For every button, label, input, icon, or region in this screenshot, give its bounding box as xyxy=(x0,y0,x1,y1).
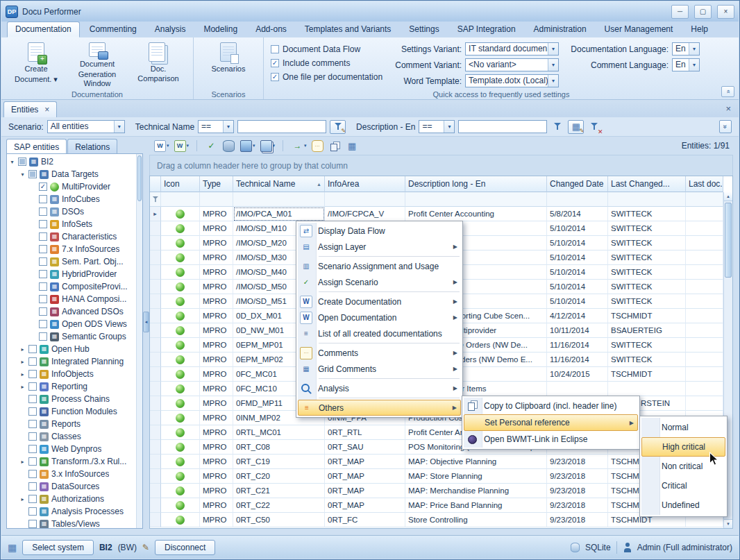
tree-item[interactable]: DataSources xyxy=(7,480,135,493)
filter-cell[interactable] xyxy=(200,192,233,207)
menu-item[interactable]: Undefined xyxy=(641,495,725,515)
toolbar-button[interactable]: ▾ xyxy=(153,139,171,153)
dropdown-arrow-icon[interactable]: ▾ xyxy=(167,143,169,149)
minimize-button[interactable]: ─ xyxy=(671,5,689,19)
menu-item[interactable]: List of all created documentations xyxy=(298,325,461,341)
scenario-dropdown[interactable]: All entities xyxy=(47,120,125,133)
tree-item[interactable]: Reports xyxy=(7,418,135,430)
filter-cell[interactable] xyxy=(686,192,723,207)
scroll-up-icon[interactable]: ▲ xyxy=(724,192,732,201)
description-operator-dropdown[interactable]: == xyxy=(419,120,455,133)
ribbon-checkbox[interactable]: Include comments xyxy=(271,58,382,68)
filter-cell[interactable] xyxy=(608,192,686,207)
panel-splitter[interactable]: ◂ xyxy=(143,137,149,529)
checkbox-box[interactable] xyxy=(271,73,279,81)
expand-filter-panel-button[interactable] xyxy=(719,120,732,133)
tree-item[interactable]: Analysis Processes xyxy=(7,505,135,518)
tree-item[interactable]: Web Dynpros xyxy=(7,443,135,455)
menu-item[interactable]: Analysis ▶ xyxy=(298,380,461,396)
menu-item[interactable]: Open Documentation ▶ xyxy=(298,309,461,325)
filter-cell[interactable] xyxy=(150,192,161,207)
tree-checkbox[interactable] xyxy=(39,282,47,291)
chevron-down-icon[interactable] xyxy=(444,121,454,133)
filter-cell[interactable] xyxy=(405,192,547,207)
tree-item[interactable]: Classes xyxy=(7,430,135,443)
tree-checkbox[interactable] xyxy=(39,257,47,266)
scrollbar-thumb[interactable] xyxy=(725,203,732,278)
toolbar-button[interactable] xyxy=(328,139,343,153)
column-header[interactable]: Last doc. xyxy=(686,176,723,192)
splitter-collapse-handle[interactable]: ◂ xyxy=(143,312,149,332)
tree-expander-icon[interactable]: ▸ xyxy=(19,496,26,502)
toolbar-button[interactable] xyxy=(345,139,360,153)
toolbar-button[interactable]: ▾ xyxy=(239,139,257,153)
menu-item[interactable]: Set Personal reference ▶ xyxy=(464,414,638,431)
table-row[interactable]: MPRO 0RT_C20 0RT_MAP MAP: Store Planning… xyxy=(150,469,723,484)
toolbar-button[interactable] xyxy=(310,139,326,153)
menu-item[interactable]: Copy to Clipboard (incl. header line) xyxy=(464,398,638,414)
tree-item[interactable]: InfoSets xyxy=(7,218,135,230)
tree-expander-icon[interactable]: ▾ xyxy=(19,171,26,178)
menu-item[interactable]: Open BWMT-Link in Eclipse xyxy=(464,431,638,448)
tree-expander-icon[interactable]: ▸ xyxy=(19,459,26,465)
ribbon-tab[interactable]: Add-ons xyxy=(247,22,295,37)
menu-item[interactable]: Grid Comments ▶ xyxy=(298,361,461,377)
tree-checkbox[interactable] xyxy=(39,207,47,216)
left-tab[interactable]: SAP entities xyxy=(6,139,67,154)
dropdown-arrow-icon[interactable]: ▾ xyxy=(187,143,190,149)
ribbon-tab[interactable]: Modeling xyxy=(195,22,246,37)
filter-editor-button[interactable]: ▦✎ xyxy=(568,120,584,134)
tree-item[interactable]: Tables/Views xyxy=(7,518,135,529)
column-header[interactable]: Type xyxy=(200,176,233,192)
tree-checkbox[interactable] xyxy=(39,195,47,203)
tree-checkbox[interactable] xyxy=(28,420,37,428)
tree-checkbox[interactable] xyxy=(18,158,26,166)
toolbar-button[interactable] xyxy=(192,139,202,152)
tree-expander-icon[interactable]: ▸ xyxy=(19,346,26,353)
menu-item[interactable]: Display Data Flow xyxy=(298,223,461,239)
ribbon-tab[interactable]: Help xyxy=(682,22,716,37)
tree-item[interactable]: ▸ Transform./3.x Rul... xyxy=(7,455,135,468)
setting-dropdown[interactable]: IT standard documen... xyxy=(465,42,559,56)
tab-entities[interactable]: Entities × xyxy=(3,101,57,117)
technical-name-operator-dropdown[interactable]: == xyxy=(198,120,234,133)
chevron-down-icon[interactable] xyxy=(689,43,699,55)
technical-name-filter-input[interactable] xyxy=(237,120,326,133)
tree-checkbox[interactable] xyxy=(28,520,37,528)
dropdown-arrow-icon[interactable]: ▾ xyxy=(273,143,276,149)
tree-item[interactable]: CompositeProvi... xyxy=(7,280,135,293)
tree-checkbox[interactable] xyxy=(39,332,47,341)
close-button[interactable]: × xyxy=(717,5,734,19)
scenarios-button[interactable]: Scenarios xyxy=(198,40,259,89)
tab-close-icon[interactable]: × xyxy=(44,105,49,114)
menu-item[interactable]: Critical xyxy=(641,476,725,495)
column-header[interactable]: Last Changed... xyxy=(608,176,686,192)
ribbon-tab[interactable]: Settings xyxy=(401,22,447,37)
tree-item[interactable]: Function Modules xyxy=(7,405,135,418)
ribbon-checkbox[interactable]: One file per documentation xyxy=(271,72,382,82)
left-tab[interactable]: Relations xyxy=(67,139,117,154)
tree-expander-icon[interactable]: ▸ xyxy=(19,384,26,390)
column-header[interactable] xyxy=(150,176,161,192)
tree-checkbox[interactable] xyxy=(39,183,47,191)
tree-item[interactable]: ▸ Authorizations xyxy=(7,493,135,505)
technical-name-filter-button[interactable]: ✎ xyxy=(330,120,346,134)
chevron-down-icon[interactable] xyxy=(114,121,124,133)
ribbon-tab[interactable]: Documentation xyxy=(7,22,80,37)
menu-item[interactable]: Assign Layer ▶ xyxy=(298,239,461,255)
chevron-down-icon[interactable] xyxy=(548,43,558,55)
group-by-panel[interactable]: Drag a column header here to group by th… xyxy=(149,155,733,176)
checkbox-box[interactable] xyxy=(271,45,279,53)
chevron-down-icon[interactable] xyxy=(223,121,233,133)
ribbon-tab[interactable]: Administration xyxy=(525,22,595,37)
tree-expander-icon[interactable]: ▸ xyxy=(19,359,26,365)
tree-item[interactable]: 7.x InfoSources xyxy=(7,243,135,255)
toolbar-button[interactable]: ▾ xyxy=(259,139,277,153)
filter-cell[interactable] xyxy=(325,192,405,207)
tree-checkbox[interactable] xyxy=(28,507,37,516)
ribbon-tab[interactable]: SAP Integration xyxy=(449,22,524,37)
scroll-down-icon[interactable]: ▼ xyxy=(724,519,732,528)
toolbar-button[interactable] xyxy=(278,139,288,152)
tree-checkbox[interactable] xyxy=(28,457,37,466)
tree-checkbox[interactable] xyxy=(39,245,47,253)
